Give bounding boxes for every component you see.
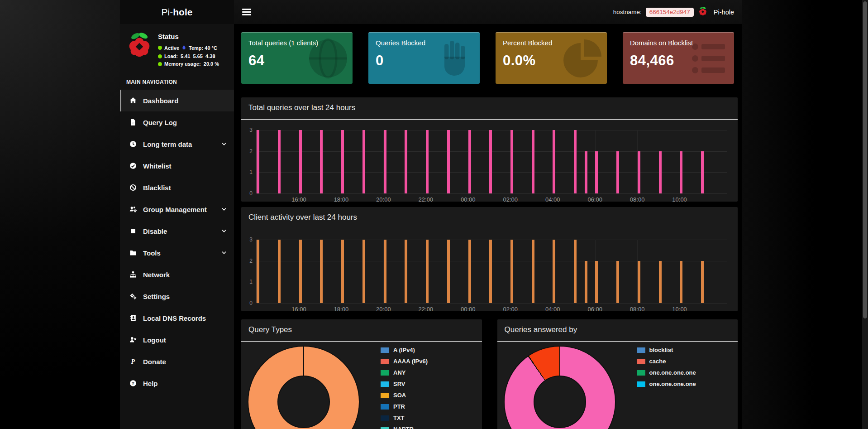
total-queries-chart-panel: Total queries over last 24 hours012316:0… [241, 97, 738, 202]
legend-item-aaaa-ipv6[interactable]: AAAA (IPv6) [381, 358, 428, 365]
chart-bar[interactable] [257, 240, 259, 303]
chart-bar[interactable] [532, 240, 534, 303]
x-axis-tick: 22:00 [419, 196, 434, 203]
sidebar-item-disable[interactable]: Disable [120, 220, 234, 242]
chart-bar[interactable] [532, 130, 534, 193]
legend-item-one-one-one-one[interactable]: one.one.one.one [637, 369, 696, 376]
stat-card-label: Domains on Blocklist [630, 39, 727, 47]
chart-bar[interactable] [616, 151, 619, 193]
chart-bar[interactable] [320, 240, 323, 303]
x-axis-tick: 04:00 [545, 196, 560, 203]
chart-bar[interactable] [489, 240, 492, 303]
navbar-main: hostname: 666154e2d947 Pi-hole [234, 0, 742, 24]
chart-bar[interactable] [489, 130, 492, 193]
legend-item-a-ipv4[interactable]: A (IPv4) [381, 347, 428, 353]
chart-bar[interactable] [574, 130, 577, 193]
chart-bar[interactable] [384, 130, 386, 193]
chart-plot-area[interactable]: 012316:0018:0020:0022:0000:0002:0004:000… [256, 130, 727, 193]
stat-card-domains-on-blocklist[interactable]: Domains on Blocklist84,466 [623, 32, 734, 84]
app-logo[interactable]: Pi-hole [120, 0, 234, 24]
scrollbar[interactable] [862, 0, 868, 429]
x-axis-tick: 18:00 [334, 306, 349, 313]
sidebar-item-label: Network [143, 271, 170, 279]
chart-plot-area[interactable]: 012316:0018:0020:0022:0000:0002:0004:000… [256, 240, 727, 303]
chart-bar[interactable] [362, 240, 365, 303]
stat-card-percent-blocked[interactable]: Percent Blocked0.0% [496, 32, 607, 84]
legend-item-one-one-one-one[interactable]: one.one.one.one [637, 381, 696, 387]
chart-bar[interactable] [299, 240, 302, 303]
status-temp-label: Temp: 40 °C [189, 45, 217, 51]
chart-bar[interactable] [426, 240, 429, 303]
chart-bar[interactable] [468, 130, 471, 193]
chart-bar[interactable] [362, 130, 365, 193]
sidebar-item-whitelist[interactable]: Whitelist [120, 155, 234, 177]
chart-bar[interactable] [426, 130, 429, 193]
x-axis-tick: 06:00 [587, 306, 602, 313]
chart-bar[interactable] [595, 151, 598, 193]
y-axis-tick: 1 [249, 169, 253, 175]
legend-item-blocklist[interactable]: blocklist [637, 347, 696, 353]
sidebar-item-label: Dashboard [143, 97, 178, 105]
chart-bar[interactable] [701, 261, 704, 303]
legend-item-cache[interactable]: cache [637, 358, 696, 365]
chart-bar[interactable] [638, 151, 640, 193]
y-axis-tick: 0 [249, 300, 253, 306]
chart-bar[interactable] [278, 130, 281, 193]
hamburger-icon[interactable] [242, 9, 251, 15]
legend-swatch [381, 393, 389, 398]
sidebar-item-query-log[interactable]: Query Log [120, 111, 234, 133]
chart-bar[interactable] [553, 240, 555, 303]
sidebar-item-group-management[interactable]: Group Management [120, 198, 234, 220]
legend-item-txt[interactable]: TXT [381, 415, 428, 421]
chart-bar[interactable] [574, 240, 577, 303]
sidebar-item-blacklist[interactable]: Blacklist [120, 177, 234, 198]
chart-bar[interactable] [701, 151, 704, 193]
legend-item-ptr[interactable]: PTR [381, 403, 428, 410]
sidebar-item-local-dns-records[interactable]: Local DNS Records [120, 307, 234, 329]
chart-bar[interactable] [257, 130, 259, 193]
sidebar-item-network[interactable]: Network [120, 264, 234, 285]
legend-label: TXT [393, 415, 405, 421]
sidebar-item-label: Blacklist [143, 184, 171, 192]
sidebar-item-help[interactable]: ?Help [120, 372, 234, 394]
sidebar-item-tools[interactable]: Tools [120, 242, 234, 264]
status-dot-icon [158, 54, 162, 58]
chart-bar[interactable] [585, 261, 587, 303]
chart-bar[interactable] [553, 130, 555, 193]
sidebar-item-logout[interactable]: Logout [120, 329, 234, 351]
chart-bar[interactable] [510, 240, 513, 303]
legend-item-any[interactable]: ANY [381, 369, 428, 376]
stat-card-total-queries-1-clients[interactable]: Total queries (1 clients)64 [241, 32, 353, 84]
legend-item-srv[interactable]: SRV [381, 381, 428, 387]
chart-bar[interactable] [405, 130, 407, 193]
sidebar-item-long-term-data[interactable]: Long term data [120, 133, 234, 155]
chart-bar[interactable] [680, 151, 682, 193]
chart-bar[interactable] [405, 240, 407, 303]
chart-bar[interactable] [341, 130, 344, 193]
stat-card-queries-blocked[interactable]: Queries Blocked0 [368, 32, 480, 84]
legend-item-soa[interactable]: SOA [381, 392, 428, 399]
chart-bar[interactable] [680, 261, 682, 303]
sidebar-item-settings[interactable]: Settings [120, 285, 234, 307]
chart-bar[interactable] [468, 240, 471, 303]
legend-item-naptr[interactable]: NAPTR [381, 426, 428, 429]
chart-bar[interactable] [659, 261, 662, 303]
chart-bar[interactable] [510, 130, 513, 193]
chart-bar[interactable] [616, 261, 619, 303]
scrollbar-thumb[interactable] [863, 1, 867, 318]
chart-bar[interactable] [447, 240, 450, 303]
chart-bar[interactable] [341, 240, 344, 303]
chart-bar[interactable] [278, 240, 281, 303]
chart-bar[interactable] [299, 130, 302, 193]
chart-bar[interactable] [585, 151, 587, 193]
chart-bar[interactable] [595, 261, 598, 303]
chart-bar[interactable] [659, 151, 662, 193]
stop-icon [129, 227, 137, 235]
chart-bar[interactable] [447, 130, 450, 193]
stat-cards-row: Total queries (1 clients)64Queries Block… [241, 32, 738, 84]
chart-bar[interactable] [384, 240, 386, 303]
sidebar-item-donate[interactable]: PDonate [120, 351, 234, 372]
sidebar-item-dashboard[interactable]: Dashboard [120, 90, 234, 111]
chart-bar[interactable] [638, 261, 640, 303]
chart-bar[interactable] [320, 130, 323, 193]
